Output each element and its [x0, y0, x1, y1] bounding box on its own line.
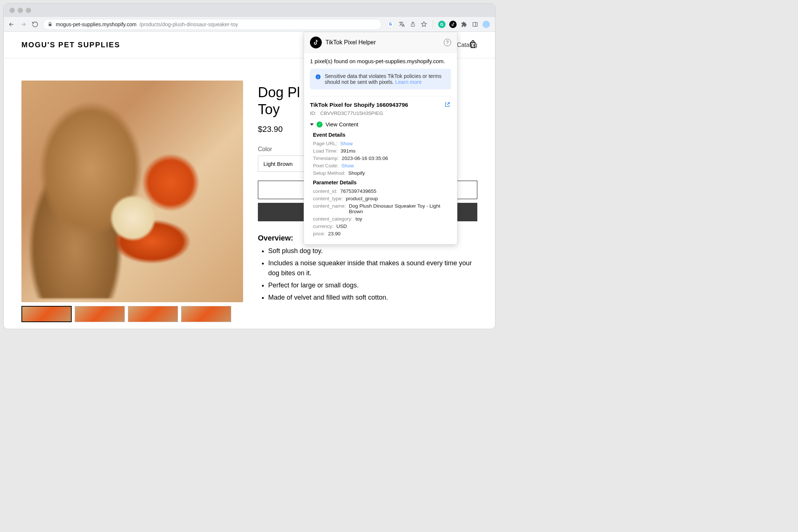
pixel-id-value: CBVVRD3C77U15H35PIEG	[320, 110, 383, 116]
traffic-light-zoom[interactable]	[26, 8, 31, 13]
kv-content-category: content_category:toy	[313, 216, 451, 222]
extensions-icon[interactable]	[460, 21, 468, 28]
check-circle-icon	[317, 122, 323, 127]
traffic-light-minimize[interactable]	[18, 8, 23, 13]
list-item: Made of velvet and filled with soft cott…	[268, 293, 477, 303]
browser-toolbar: mogus-pet-supplies.myshopify.com/product…	[4, 17, 495, 32]
pixel-id-label: ID:	[310, 110, 319, 116]
profile-avatar-icon[interactable]	[482, 21, 490, 28]
list-item: Soft plush dog toy.	[268, 246, 477, 256]
share-icon[interactable]	[409, 21, 416, 28]
kv-currency: currency:USD	[313, 224, 451, 229]
help-icon[interactable]: ?	[444, 39, 451, 46]
product-thumbnails	[21, 306, 243, 322]
show-page-url-link[interactable]: Show	[340, 141, 353, 146]
sensitive-data-warning: Sensitive data that violates TikTok poli…	[310, 69, 451, 89]
overview-list: Soft plush dog toy. Includes a noise squ…	[258, 246, 477, 303]
lock-icon	[48, 22, 53, 27]
address-bar[interactable]: mogus-pet-supplies.myshopify.com/product…	[43, 19, 382, 30]
pixel-id-row: ID: CBVVRD3C77U15H35PIEG	[310, 110, 451, 116]
pixel-section: TikTok Pixel for Shopify 1660943796 ID: …	[310, 96, 451, 236]
info-icon	[315, 74, 321, 80]
google-icon[interactable]: G	[387, 21, 394, 28]
thumbnail-3[interactable]	[128, 306, 178, 322]
browser-window: mogus-pet-supplies.myshopify.com/product…	[4, 4, 495, 329]
kv-load-time: Load Time:391ms	[313, 148, 451, 154]
toolbar-actions: G G	[385, 20, 491, 28]
tiktok-pixel-helper-popup: TikTok Pixel Helper ? 1 pixel(s) found o…	[304, 32, 457, 245]
kv-setup-method: Setup Method:Shopify	[313, 170, 451, 176]
url-path: /products/dog-plush-dinosaur-squeaker-to…	[139, 21, 238, 27]
window-titlebar	[4, 4, 495, 17]
warning-text: Sensitive data that violates TikTok poli…	[325, 73, 446, 85]
page-content: MOGU'S PET SUPPLIES Home Catalog	[4, 32, 495, 329]
bookmark-icon[interactable]	[420, 21, 427, 28]
learn-more-link[interactable]: Learn more	[395, 79, 422, 85]
caret-down-icon	[310, 123, 314, 126]
event-toggle-row[interactable]: View Content	[310, 121, 451, 127]
forward-button[interactable]	[19, 20, 27, 28]
event-details-section: Event Details Page URL:Show Load Time:39…	[310, 132, 451, 236]
pixels-found-text: 1 pixel(s) found on mogus-pet-supplies.m…	[310, 58, 451, 64]
extension-body: 1 pixel(s) found on mogus-pet-supplies.m…	[304, 53, 457, 244]
product-title-line1: Dog Pl	[258, 85, 300, 100]
kv-price: price:23.90	[313, 231, 451, 236]
kv-timestamp: Timestamp:2023-06-16 03:35:06	[313, 156, 451, 161]
list-item: Perfect for large or small dogs.	[268, 280, 477, 290]
svg-rect-0	[473, 22, 477, 26]
cart-icon[interactable]	[468, 40, 477, 50]
url-host: mogus-pet-supplies.myshopify.com	[56, 21, 136, 27]
toy-illustration	[95, 147, 221, 265]
param-details-heading: Parameter Details	[313, 180, 451, 185]
grammarly-extension-icon[interactable]: G	[438, 21, 446, 28]
color-selected-value: Light Brown	[263, 161, 293, 167]
warning-message: Sensitive data that violates TikTok poli…	[325, 73, 441, 85]
event-name: View Content	[325, 121, 358, 127]
show-pixel-code-link[interactable]: Show	[341, 163, 354, 168]
back-button[interactable]	[7, 20, 16, 28]
external-link-icon[interactable]	[444, 102, 451, 108]
translate-icon[interactable]	[398, 21, 405, 28]
product-main-image[interactable]	[21, 81, 243, 302]
pixel-name: TikTok Pixel for Shopify 1660943796	[310, 102, 444, 108]
pixel-title-row: TikTok Pixel for Shopify 1660943796	[310, 102, 451, 108]
kv-pixel-code: Pixel Code:Show	[313, 163, 451, 168]
event-details-heading: Event Details	[313, 132, 451, 138]
kv-content-id: content_id:7675397439655	[313, 188, 451, 194]
extension-title: TikTok Pixel Helper	[325, 39, 440, 46]
tiktok-extension-icon[interactable]	[449, 21, 457, 28]
kv-content-name: content_name:Dog Plush Dinosaur Squeaker…	[313, 203, 451, 214]
reload-button[interactable]	[31, 20, 39, 28]
product-title-line2: Toy	[258, 102, 280, 117]
tiktok-logo-icon	[310, 37, 322, 48]
extension-header: TikTok Pixel Helper ?	[304, 32, 457, 53]
toolbar-divider	[433, 20, 433, 28]
thumbnail-2[interactable]	[75, 306, 125, 322]
traffic-light-close[interactable]	[10, 8, 15, 13]
side-panel-icon[interactable]	[471, 21, 479, 28]
thumbnail-4[interactable]	[181, 306, 231, 322]
thumbnail-1[interactable]	[21, 306, 72, 322]
product-gallery	[21, 81, 243, 322]
list-item: Includes a noise squeaker inside that ma…	[268, 258, 477, 278]
kv-page-url: Page URL:Show	[313, 141, 451, 146]
kv-content-type: content_type:product_group	[313, 196, 451, 201]
